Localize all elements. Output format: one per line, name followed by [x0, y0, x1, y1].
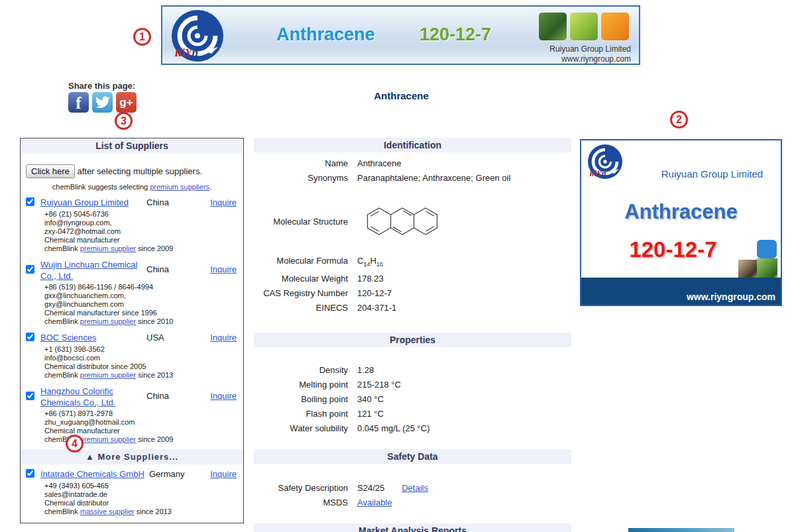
- suggest-prefix: chemBlink suggests selecting: [52, 183, 150, 191]
- top-banner-ad[interactable]: RiYn Anthracene 120-12-7 Ruiyuan Group L…: [161, 5, 640, 65]
- supplier-row-intatrade: Intatrade Chemicals GmbH Germany Inquire…: [26, 468, 238, 516]
- supplier-details: +86 (21) 5045-6736info@riyngroup.com,zxy…: [44, 210, 238, 244]
- supplier-checkbox[interactable]: [26, 197, 34, 206]
- banner-company-info: Ruiyuan Group Limited www.riyngroup.com: [549, 44, 631, 64]
- supplier-details: +86 (571) 8971-2978zhu_xuguang@hotmail.c…: [44, 409, 238, 435]
- water-solubility-value: 0.045 mg/L (25 °C): [357, 421, 430, 436]
- membership-prefix: chemBlink: [44, 244, 80, 252]
- more-suppliers-label: More Suppliers...: [97, 452, 178, 462]
- membership-link[interactable]: premium supplier: [80, 317, 136, 325]
- safety-description-value: S24/25: [357, 481, 384, 496]
- boiling-point-label: Boiling point: [254, 392, 348, 407]
- banner-company-name: Ruiyuan Group Limited: [549, 44, 631, 54]
- formula-value: C14H10: [357, 254, 383, 272]
- inquire-link[interactable]: Inquire: [210, 264, 237, 274]
- ad-bottom-bar: www.riyngroup.com: [581, 278, 781, 305]
- supplier-checkbox[interactable]: [26, 392, 34, 400]
- inquire-link[interactable]: Inquire: [210, 197, 237, 207]
- formula-c: C: [357, 256, 363, 266]
- melting-point-value: 215-218 °C: [357, 378, 401, 392]
- synonyms-label: Synonyms: [254, 171, 348, 186]
- supplier-name-link[interactable]: Hangzhou Colorific Chemicals Co., Ltd.: [40, 386, 140, 408]
- properties-header: Properties: [254, 333, 571, 347]
- supplier-name-link[interactable]: Ruiyuan Group Limited: [40, 197, 140, 208]
- click-here-button[interactable]: Click here: [26, 164, 75, 178]
- formula-c-sub: 14: [363, 261, 370, 268]
- banner-photo-dropper: [600, 12, 630, 41]
- banner-photo-dna: [569, 12, 598, 41]
- supplier-detail-line: sales@intatrade.de: [44, 490, 238, 499]
- more-suppliers-toggle[interactable]: ▲ More Suppliers...: [21, 449, 243, 464]
- banner-product-name: Anthracene: [276, 25, 375, 45]
- annotation-circle-1: 1: [133, 28, 151, 46]
- twitter-share-icon[interactable]: [92, 92, 113, 113]
- formula-label: Molecular Formula: [254, 254, 348, 272]
- membership-suffix: since 2013: [136, 371, 173, 379]
- supplier-detail-line: Chemical distributor since 2005: [44, 362, 238, 371]
- banner-cas-number: 120-12-7: [420, 25, 491, 45]
- anthracene-structure-icon: [357, 199, 447, 240]
- supplier-detail-line: +86 (519) 8646-1196 / 8646-4994: [44, 283, 238, 292]
- name-label: Name: [254, 156, 348, 171]
- supplier-membership: chemBlink premium supplier since 2010: [44, 317, 238, 326]
- membership-prefix: chemBlink: [44, 507, 80, 515]
- supplier-checkbox[interactable]: [26, 265, 34, 274]
- formula-h: H: [370, 256, 376, 266]
- boiling-point-value: 340 °C: [357, 392, 384, 407]
- water-solubility-label: Water solubility: [254, 421, 348, 436]
- membership-link[interactable]: massive supplier: [80, 507, 135, 515]
- membership-suffix: since 2009: [136, 244, 173, 252]
- supplier-row-wujin: Wujin Linchuan Chemical Co., Ltd. China …: [26, 259, 238, 326]
- ad-company-name: Ruiyuan Group Limited: [648, 168, 777, 180]
- structure-label: Molecular Structure: [254, 215, 348, 229]
- banner-website: www.riyngroup.com: [549, 54, 631, 64]
- inquire-link[interactable]: Inquire: [210, 391, 237, 401]
- membership-prefix: chemBlink: [44, 317, 80, 325]
- membership-link[interactable]: premium supplier: [80, 244, 136, 252]
- cas-value: 120-12-7: [357, 286, 392, 301]
- supplier-country: China: [146, 197, 169, 207]
- premium-suppliers-link[interactable]: premium suppliers: [150, 183, 209, 191]
- riyn-logo-text: RiYn: [174, 46, 198, 60]
- membership-link[interactable]: premium supplier: [80, 371, 136, 379]
- right-sidebar-ad[interactable]: RiYn Ruiyuan Group Limited Anthracene 12…: [580, 139, 782, 306]
- density-value: 1.28: [357, 363, 374, 378]
- google-plus-share-icon[interactable]: g+: [116, 92, 137, 113]
- supplier-name-link[interactable]: BOC Sciences: [40, 332, 140, 343]
- msds-label: MSDS: [254, 496, 348, 510]
- supplier-detail-line: Chemical distributor: [44, 499, 238, 507]
- supplier-details: +1 (631) 398-3562info@bocsci.comChemical…: [44, 345, 238, 371]
- msds-available-link[interactable]: Available: [357, 496, 392, 510]
- annotation-circle-3: 3: [115, 112, 133, 130]
- supplier-country: China: [146, 264, 169, 274]
- membership-suffix: since 2013: [135, 507, 172, 515]
- inquire-link[interactable]: Inquire: [210, 469, 237, 479]
- supplier-checkbox[interactable]: [26, 469, 34, 478]
- supplier-membership: chemBlink premium supplier since 2013: [44, 371, 238, 380]
- membership-suffix: since 2009: [136, 435, 173, 443]
- ad-photo-people: [738, 260, 757, 279]
- supplier-country: USA: [146, 333, 164, 343]
- supplier-country: Germany: [149, 469, 184, 479]
- riyn-logo-text: RiYn: [589, 169, 606, 179]
- supplier-checkbox[interactable]: [26, 333, 34, 341]
- supplier-detail-line: gxx@linchuanchem.com,: [44, 292, 238, 300]
- supplier-detail-line: +86 (21) 5045-6736: [44, 210, 238, 219]
- suppliers-panel-title: List of Suppliers: [21, 138, 243, 153]
- supplier-country: China: [146, 391, 169, 401]
- suggest-suffix: .: [209, 183, 211, 191]
- annotation-circle-4: 4: [66, 435, 84, 452]
- supplier-name-link[interactable]: Wujin Linchuan Chemical Co., Ltd.: [40, 259, 140, 282]
- supplier-name-link[interactable]: Intatrade Chemicals GmbH: [40, 468, 145, 480]
- safety-description-label: Safety Description: [254, 481, 348, 496]
- supplier-detail-line: +49 (3493) 605-465: [44, 482, 238, 490]
- ad-website: www.riyngroup.com: [687, 292, 775, 302]
- supplier-detail-line: gxy@linchuanchem.com: [44, 300, 238, 309]
- supplier-row-ruiyuan: Ruiyuan Group Limited China Inquire +86 …: [26, 197, 238, 253]
- facebook-f-glyph: f: [76, 94, 81, 113]
- ad-cas-number: 120-12-7: [581, 237, 765, 262]
- facebook-share-icon[interactable]: f: [68, 92, 89, 113]
- inquire-link[interactable]: Inquire: [210, 333, 237, 343]
- safety-details-link[interactable]: Details: [402, 481, 428, 496]
- membership-link[interactable]: premium supplier: [80, 435, 136, 443]
